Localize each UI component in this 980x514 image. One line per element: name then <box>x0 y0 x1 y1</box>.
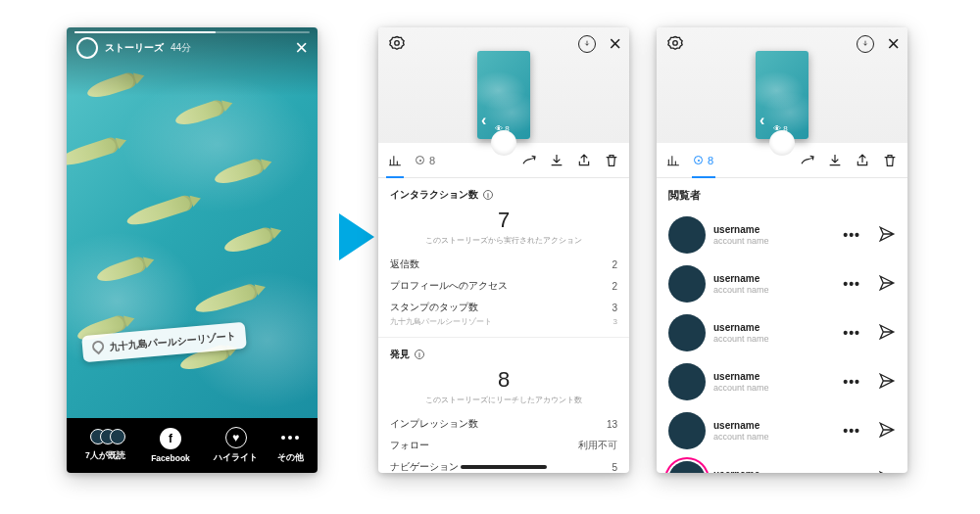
tab-insights[interactable] <box>388 143 402 177</box>
username: username <box>713 469 769 473</box>
viewer-more-icon[interactable]: ••• <box>843 472 860 473</box>
story-thumbnail[interactable]: ‹ 👁 8 <box>756 51 808 139</box>
viewer-row[interactable]: usernameaccount name••• <box>657 308 907 357</box>
download-icon[interactable] <box>827 152 843 169</box>
more-icon <box>279 427 301 448</box>
highlight-button[interactable]: ♥ ハイライト <box>203 427 269 464</box>
account-name: account name <box>713 383 769 394</box>
send-message-icon[interactable] <box>878 274 896 294</box>
home-indicator <box>461 465 547 469</box>
promote-icon[interactable] <box>800 152 815 169</box>
avatar[interactable] <box>668 363 706 400</box>
save-story-icon[interactable] <box>857 35 874 53</box>
facebook-label: Facebook <box>151 453 190 463</box>
account-name: account name <box>713 432 769 443</box>
metric-row: 返信数2 <box>378 252 629 273</box>
eye-icon <box>416 156 424 164</box>
section-discovery-title: 発見 i <box>390 348 617 361</box>
viewer-info: usernameaccount name <box>713 469 769 473</box>
viewers-body: 閲覧者 usernameaccount name•••usernameaccou… <box>657 178 907 473</box>
viewer-more-icon[interactable]: ••• <box>843 325 860 341</box>
tab-view-count: 8 <box>708 155 713 166</box>
story-thumbnail[interactable]: ‹ 👁 8 <box>477 51 530 139</box>
panel-story: ストーリーズ 44分 × 九十九島パールシーリゾート 7人が既読 f Faceb… <box>67 27 318 473</box>
account-name: account name <box>713 334 769 345</box>
viewer-row[interactable]: usernameaccount name••• <box>657 357 907 406</box>
viewer-more-icon[interactable]: ••• <box>843 227 860 243</box>
interactions-count: 7 <box>378 208 629 233</box>
username: username <box>713 420 769 432</box>
tab-viewers[interactable]: 8 <box>416 143 435 177</box>
heart-icon: ♥ <box>225 427 247 448</box>
viewer-row[interactable]: usernameaccount name••• <box>657 455 907 473</box>
close-icon[interactable]: × <box>295 39 308 57</box>
viewer-more-icon[interactable]: ••• <box>843 423 860 439</box>
viewer-row[interactable]: usernameaccount name••• <box>657 210 907 259</box>
facebook-icon: f <box>160 428 181 449</box>
settings-icon[interactable] <box>666 35 684 57</box>
viewer-avatars-icon <box>90 429 120 444</box>
viewer-info: usernameaccount name <box>713 420 769 443</box>
metric-row: インプレッション数13 <box>378 411 629 433</box>
viewer-more-icon[interactable]: ••• <box>843 374 860 390</box>
viewer-row[interactable]: usernameaccount name••• <box>657 259 907 308</box>
tab-insights[interactable] <box>666 143 680 177</box>
send-message-icon[interactable] <box>878 372 896 392</box>
settings-icon[interactable] <box>388 35 406 57</box>
viewer-info: usernameaccount name <box>713 322 769 345</box>
viewer-count-button[interactable]: 7人が既読 <box>73 429 138 462</box>
close-icon[interactable]: × <box>887 31 900 57</box>
svg-marker-0 <box>390 37 404 50</box>
viewer-row[interactable]: usernameaccount name••• <box>657 406 907 455</box>
svg-marker-2 <box>668 37 682 50</box>
avatar[interactable] <box>76 37 98 59</box>
info-icon[interactable]: i <box>483 190 493 200</box>
avatar[interactable] <box>668 314 706 351</box>
avatar[interactable] <box>668 265 706 303</box>
delete-icon[interactable] <box>882 152 898 169</box>
username: username <box>713 322 769 334</box>
story-progress <box>74 31 310 33</box>
eye-icon <box>694 156 703 164</box>
avatar[interactable] <box>668 412 706 449</box>
download-icon[interactable] <box>549 152 564 169</box>
save-story-icon[interactable] <box>578 35 596 53</box>
send-message-icon[interactable] <box>878 225 896 245</box>
viewer-more-icon[interactable]: ••• <box>843 276 860 292</box>
discovery-sub: このストーリーズにリーチしたアカウント数 <box>378 395 629 405</box>
share-icon[interactable] <box>855 152 870 169</box>
svg-point-1 <box>395 41 400 46</box>
panel-insights: × ‹ 👁 8 8 インタラクシ <box>378 27 629 473</box>
account-name: account name <box>713 236 769 247</box>
username: username <box>713 371 769 383</box>
viewers-header: × ‹ 👁 8 <box>657 27 907 143</box>
metric-row: スタンプのタップ数3 <box>378 295 629 316</box>
send-message-icon[interactable] <box>878 470 896 473</box>
send-message-icon[interactable] <box>878 421 896 441</box>
viewer-info: usernameaccount name <box>713 273 769 296</box>
tab-viewers[interactable]: 8 <box>694 143 713 177</box>
tab-view-count: 8 <box>429 155 435 166</box>
share-icon[interactable] <box>576 152 592 169</box>
viewer-info: usernameaccount name <box>713 371 769 394</box>
avatar[interactable] <box>668 216 706 254</box>
discovery-count: 8 <box>378 367 629 393</box>
action-icons <box>521 152 619 169</box>
send-message-icon[interactable] <box>878 323 896 343</box>
viewer-info: usernameaccount name <box>713 224 769 247</box>
more-button[interactable]: その他 <box>269 427 312 464</box>
share-facebook-button[interactable]: f Facebook <box>138 428 204 463</box>
promote-icon[interactable] <box>521 152 537 169</box>
avatar[interactable] <box>668 461 706 473</box>
action-icons <box>800 152 898 169</box>
delete-icon[interactable] <box>604 152 619 169</box>
metric-subrow: 九十九島パールシーリゾート3 <box>378 316 629 333</box>
section-interactions-title: インタラクション数 i <box>390 188 617 202</box>
panel-viewers: × ‹ 👁 8 8 閲覧者 usern <box>657 27 907 473</box>
info-icon[interactable]: i <box>415 350 424 359</box>
close-icon[interactable]: × <box>609 31 621 57</box>
story-media[interactable]: ストーリーズ 44分 × 九十九島パールシーリゾート <box>67 27 318 418</box>
metric-row: ナビゲーション5 <box>378 454 629 473</box>
story-bottom-bar: 7人が既読 f Facebook ♥ ハイライト その他 <box>67 418 318 473</box>
more-label: その他 <box>277 452 304 464</box>
